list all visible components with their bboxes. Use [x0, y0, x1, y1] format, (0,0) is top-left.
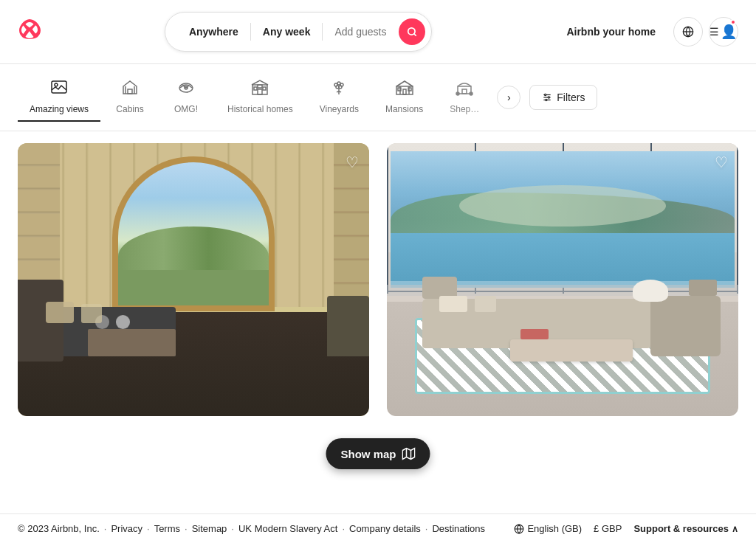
listing-image-2 — [387, 143, 738, 416]
filters-label: Filters — [557, 91, 585, 103]
main-content: ♡ — [0, 131, 756, 475]
footer-company-link[interactable]: Company details — [349, 523, 421, 534]
shepherds-hut-label: Shep… — [450, 104, 479, 114]
wishlist-button-1[interactable]: ♡ — [346, 153, 359, 171]
category-shepherds-hut[interactable]: Shep… — [438, 73, 491, 122]
footer-support-button[interactable]: Support & resources ∧ — [633, 523, 738, 534]
notification-dot — [730, 19, 736, 25]
airbnb-logo[interactable] — [18, 18, 41, 46]
avatar-icon: 👤 — [721, 24, 737, 40]
footer-copyright: © 2023 Airbnb, Inc. — [18, 523, 100, 534]
omg-icon — [177, 79, 195, 100]
cabins-label: Cabins — [116, 104, 143, 114]
category-mansions[interactable]: Mansions — [374, 73, 435, 122]
show-map-label: Show map — [340, 448, 396, 460]
footer-currency-label: £ GBP — [594, 523, 622, 534]
amazing-views-icon — [50, 79, 68, 100]
footer-terms-link[interactable]: Terms — [154, 523, 180, 534]
location-search[interactable]: Anywhere — [177, 23, 250, 41]
svg-rect-25 — [462, 89, 467, 94]
footer-language-selector[interactable]: English (GB) — [514, 523, 582, 534]
footer-sitemap-link[interactable]: Sitemap — [192, 523, 227, 534]
category-cabins[interactable]: Cabins — [103, 73, 157, 122]
category-amazing-views[interactable]: Amazing views — [18, 73, 100, 122]
footer-right: English (GB) £ GBP Support & resources ∧ — [514, 523, 738, 534]
footer-slavery-link[interactable]: UK Modern Slavery Act — [238, 523, 337, 534]
mansions-icon — [396, 79, 413, 100]
footer: © 2023 Airbnb, Inc. · Privacy · Terms · … — [0, 513, 756, 543]
language-button[interactable] — [673, 17, 703, 46]
svg-point-33 — [546, 99, 547, 100]
footer-privacy-link[interactable]: Privacy — [111, 523, 142, 534]
shepherds-hut-icon — [456, 79, 473, 100]
listing-card-2[interactable]: ♡ — [387, 143, 738, 416]
svg-point-31 — [545, 94, 546, 95]
cabins-icon — [121, 79, 139, 100]
search-button[interactable] — [399, 18, 425, 45]
vineyards-label: Vineyards — [320, 104, 359, 114]
mansions-label: Mansions — [385, 104, 423, 114]
show-map-button[interactable]: Show map — [326, 438, 430, 469]
user-menu-button[interactable]: ☰ 👤 — [709, 17, 738, 46]
svg-point-32 — [548, 97, 549, 98]
svg-point-17 — [339, 86, 342, 89]
listing-image-1 — [18, 143, 369, 416]
wishlist-button-2[interactable]: ♡ — [715, 153, 728, 171]
svg-point-27 — [470, 92, 472, 95]
footer-currency-selector[interactable]: £ GBP — [594, 523, 622, 534]
svg-rect-11 — [254, 87, 257, 90]
date-search[interactable]: Any week — [251, 23, 323, 41]
svg-line-1 — [413, 34, 416, 36]
filter-icon — [542, 92, 552, 103]
svg-rect-10 — [258, 89, 262, 94]
header-right: Airbnb your home ☰ 👤 — [554, 17, 738, 46]
svg-marker-34 — [402, 449, 415, 460]
svg-rect-12 — [263, 87, 266, 90]
historical-homes-label: Historical homes — [227, 104, 293, 114]
vineyards-icon — [330, 79, 348, 100]
svg-rect-6 — [128, 89, 132, 94]
category-historical-homes[interactable]: Historical homes — [216, 73, 305, 122]
svg-rect-24 — [458, 86, 471, 94]
category-omg[interactable]: OMG! — [159, 73, 213, 122]
svg-point-5 — [55, 83, 58, 86]
listings-grid: ♡ — [18, 143, 738, 416]
category-vineyards[interactable]: Vineyards — [308, 73, 371, 122]
chevron-up-icon: ∧ — [732, 524, 738, 534]
airbnb-your-home-button[interactable]: Airbnb your home — [554, 20, 667, 44]
categories-next-button[interactable]: › — [497, 86, 520, 109]
svg-point-26 — [456, 92, 459, 95]
search-bar[interactable]: Anywhere Any week Add guests — [165, 12, 432, 52]
svg-rect-19 — [403, 89, 406, 94]
categories-bar: Amazing views Cabins OMG! — [0, 64, 756, 131]
historical-homes-icon — [251, 79, 269, 100]
guests-search[interactable]: Add guests — [323, 23, 398, 41]
footer-language-label: English (GB) — [527, 523, 582, 534]
footer-left: © 2023 Airbnb, Inc. · Privacy · Terms · … — [18, 523, 485, 534]
svg-rect-4 — [52, 81, 66, 93]
filters-button[interactable]: Filters — [529, 85, 597, 110]
footer-support-label: Support & resources — [633, 523, 729, 534]
listing-card-1[interactable]: ♡ — [18, 143, 369, 416]
omg-label: OMG! — [174, 104, 198, 114]
footer-destinations-link[interactable]: Destinations — [432, 523, 485, 534]
map-icon — [402, 447, 416, 460]
globe-icon — [514, 524, 524, 534]
header: Anywhere Any week Add guests Airbnb your… — [0, 0, 756, 64]
amazing-views-label: Amazing views — [30, 104, 89, 114]
